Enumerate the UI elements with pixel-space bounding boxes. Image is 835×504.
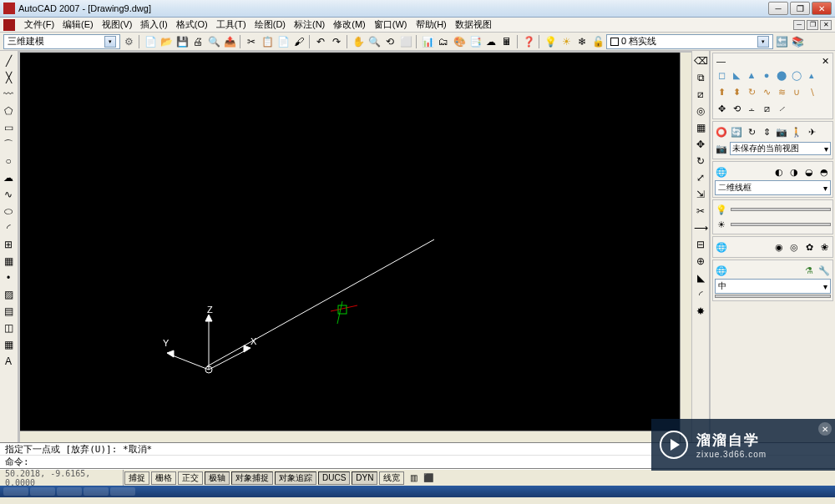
snap-toggle[interactable]: 捕捉 — [124, 471, 149, 485]
render-env-icon[interactable]: 🔧 — [817, 264, 831, 277]
swivel-icon[interactable]: 📷 — [775, 125, 788, 139]
erase-icon[interactable]: ⌫ — [692, 53, 709, 69]
sun-icon[interactable]: ☀ — [559, 34, 574, 49]
print-icon[interactable]: 🖨 — [190, 34, 205, 49]
polar-toggle[interactable]: 极轴 — [205, 471, 230, 485]
render-icon[interactable]: 🌐 — [715, 264, 728, 277]
mirror-icon[interactable]: ⧄ — [692, 86, 709, 103]
freeze-icon[interactable]: ❄ — [574, 34, 590, 49]
break-icon[interactable]: ⊟ — [692, 236, 709, 253]
render-slider[interactable] — [715, 295, 831, 298]
presspull-icon[interactable]: ⬍ — [730, 85, 743, 98]
mat4-icon[interactable]: ❀ — [817, 240, 831, 254]
ellipse-icon[interactable]: ⬭ — [0, 203, 17, 219]
preview-icon[interactable]: 🔍 — [206, 34, 221, 49]
help-icon[interactable]: ❓ — [521, 34, 536, 49]
osnap-toggle[interactable]: 对象捕捉 — [231, 471, 273, 485]
doc-minimize[interactable]: ─ — [793, 20, 805, 30]
extrude-icon[interactable]: ⬆ — [715, 85, 728, 98]
menu-window[interactable]: 窗口(W) — [370, 18, 412, 31]
taskbar-item[interactable] — [3, 487, 28, 496]
xline-icon[interactable]: ╳ — [0, 69, 17, 86]
model-paper-toggle[interactable]: ▥ — [407, 471, 420, 485]
lock-icon[interactable]: 🔓 — [590, 34, 605, 49]
lwt-toggle[interactable]: 线宽 — [379, 471, 404, 485]
copy-icon[interactable]: 📋 — [260, 34, 275, 49]
maximize-button[interactable]: ❐ — [790, 2, 810, 15]
zoom-prev-icon[interactable]: ⟲ — [382, 34, 397, 49]
menu-tools[interactable]: 工具(T) — [212, 18, 250, 31]
workspace-dropdown[interactable]: 三维建模 ▾ — [3, 34, 120, 49]
menu-draw[interactable]: 绘图(D) — [250, 18, 290, 31]
mat3-icon[interactable]: ✿ — [802, 240, 816, 254]
dyn-toggle[interactable]: DYN — [352, 471, 377, 485]
markup-icon[interactable]: ☁ — [483, 34, 498, 49]
union-icon[interactable]: ∪ — [790, 85, 803, 98]
make-block-icon[interactable]: ▦ — [0, 253, 17, 270]
stretch-icon[interactable]: ⇲ — [692, 186, 709, 203]
model-space[interactable]: Z Y X — [20, 53, 691, 442]
ducs-toggle[interactable]: DUCS — [318, 471, 350, 485]
doc-close[interactable]: ✕ — [820, 20, 832, 30]
command-line[interactable]: 指定下一点或 [放弃(U)]: *取消* 命令: — [0, 442, 835, 469]
wedge-icon[interactable]: ◣ — [730, 68, 743, 82]
bulb-icon[interactable]: 💡 — [543, 34, 558, 49]
rotate-icon[interactable]: ↻ — [692, 153, 709, 169]
hatch-icon[interactable]: ▨ — [0, 286, 17, 303]
fillet-icon[interactable]: ◜ — [692, 286, 709, 303]
paste-icon[interactable]: 📄 — [276, 34, 291, 49]
section-icon[interactable]: ⧄ — [760, 102, 773, 115]
free-orbit-icon[interactable]: 🔄 — [730, 125, 743, 139]
menu-modify[interactable]: 修改(M) — [329, 18, 370, 31]
properties-icon[interactable]: 📊 — [420, 34, 435, 49]
view-dropdown[interactable]: 未保存的当前视图▾ — [730, 142, 831, 155]
menu-dataview[interactable]: 数据视图 — [451, 18, 496, 31]
menu-insert[interactable]: 插入(I) — [136, 18, 171, 31]
line-icon[interactable]: ╱ — [0, 53, 17, 69]
ortho-toggle[interactable]: 正交 — [178, 471, 203, 485]
windows-taskbar[interactable] — [0, 486, 835, 497]
trim-icon[interactable]: ✂ — [692, 203, 709, 219]
doc-restore[interactable]: ❐ — [807, 20, 818, 30]
new-icon[interactable]: 📄 — [143, 34, 158, 49]
taskbar-item[interactable] — [30, 487, 55, 496]
copy-obj-icon[interactable]: ⧉ — [692, 69, 709, 86]
menu-file[interactable]: 文件(F) — [20, 18, 58, 31]
menu-view[interactable]: 视图(V) — [98, 18, 137, 31]
loft-icon[interactable]: ≋ — [775, 85, 788, 98]
torus-icon[interactable]: ◯ — [790, 68, 803, 82]
scrollbar-vertical[interactable] — [680, 53, 691, 442]
materials-icon[interactable]: 🌐 — [715, 240, 728, 254]
open-icon[interactable]: 📂 — [159, 34, 174, 49]
polygon-icon[interactable]: ⬠ — [0, 103, 17, 119]
visual-style-dropdown[interactable]: 二维线框▾ — [715, 180, 831, 195]
point-icon[interactable]: • — [0, 270, 17, 286]
undo-icon[interactable]: ↶ — [313, 34, 328, 49]
slice-icon[interactable]: ⟋ — [775, 102, 788, 115]
continuous-orbit-icon[interactable]: ↻ — [745, 125, 758, 139]
join-icon[interactable]: ⊕ — [692, 253, 709, 270]
ellipse-arc-icon[interactable]: ◜ — [0, 219, 17, 236]
render-preset-dropdown[interactable]: 中▾ — [715, 279, 831, 294]
explode-icon[interactable]: ✸ — [692, 303, 709, 320]
menu-edit[interactable]: 编辑(E) — [58, 18, 98, 31]
camera-icon[interactable]: 📷 — [715, 142, 728, 155]
extend-icon[interactable]: ⟶ — [692, 219, 709, 236]
designcenter-icon[interactable]: 🗂 — [436, 34, 451, 49]
command-input[interactable]: 命令: — [0, 456, 835, 468]
offset-icon[interactable]: ◎ — [692, 103, 709, 119]
sphere-icon[interactable]: ● — [760, 68, 773, 82]
3dalign-icon[interactable]: ⫠ — [745, 102, 758, 115]
rectangle-icon[interactable]: ▭ — [0, 119, 17, 136]
minimize-icon[interactable]: — — [716, 56, 726, 66]
lock-ui-icon[interactable]: ⬛ — [422, 471, 435, 485]
polyline-icon[interactable]: 〰 — [0, 86, 17, 103]
close-icon[interactable]: ✕ — [822, 56, 829, 67]
pan-icon[interactable]: ✋ — [351, 34, 366, 49]
constrained-orbit-icon[interactable]: ⭕ — [715, 125, 728, 139]
taskbar-item[interactable] — [57, 487, 82, 496]
pyramid-icon[interactable]: ▴ — [805, 68, 818, 82]
quickcalc-icon[interactable]: 🖩 — [499, 34, 514, 49]
zoom-win-icon[interactable]: ⬜ — [398, 34, 413, 49]
mat1-icon[interactable]: ◉ — [772, 240, 786, 254]
